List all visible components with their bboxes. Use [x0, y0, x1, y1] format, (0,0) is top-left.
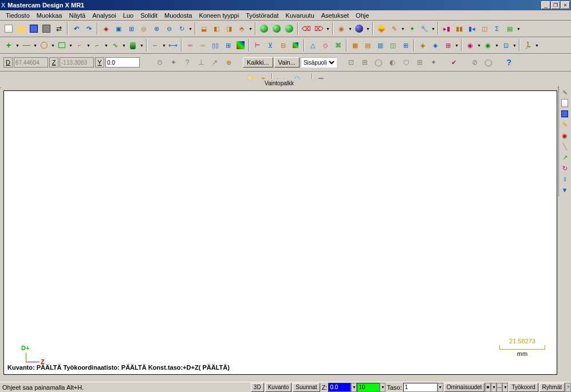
dropdown-arrow-icon[interactable]: ▼	[104, 39, 109, 52]
trim3-icon[interactable]: ⊟	[277, 39, 289, 52]
draw1-icon[interactable]	[375, 22, 388, 35]
analyze2-icon[interactable]	[353, 22, 365, 35]
verify-icon[interactable]: ✔	[448, 56, 460, 69]
surf3-icon[interactable]: ⊞	[442, 39, 454, 52]
surf2-icon[interactable]: ◈	[429, 39, 442, 52]
redo-button[interactable]: ↷	[82, 22, 95, 35]
dyn-rotate-icon[interactable]: ↻	[175, 22, 188, 35]
save-button[interactable]	[27, 22, 40, 35]
status-ryhmat-button[interactable]: Ryhmät	[540, 383, 565, 392]
dropdown-arrow-icon[interactable]: ▼	[121, 39, 127, 52]
z-coord-label[interactable]: Z	[49, 57, 58, 68]
dropdown-arrow-icon[interactable]: ▼	[454, 39, 459, 52]
rt-line-icon[interactable]: ╲	[560, 141, 570, 152]
trim4-icon[interactable]	[289, 39, 302, 52]
d-coord-input[interactable]	[14, 57, 48, 68]
plane5-icon[interactable]: ⊞	[399, 39, 412, 52]
dropdown-arrow-icon[interactable]: ▼	[516, 22, 521, 35]
misc2-icon[interactable]: ◇	[319, 39, 332, 52]
menu-kuvaruutu[interactable]: Kuvaruutu	[282, 11, 318, 19]
plane1-icon[interactable]: ▦	[349, 39, 361, 52]
status-tyokoord-button[interactable]: Työkoord	[509, 383, 538, 392]
xform2-icon[interactable]: ▫▫	[196, 39, 209, 52]
rt-select-icon[interactable]: ⬉	[560, 87, 570, 97]
dropdown-arrow-icon[interactable]: ▼	[33, 39, 38, 52]
dropdown-arrow-icon[interactable]: ▼	[86, 39, 91, 52]
fillet-icon[interactable]: ⌐	[73, 39, 86, 52]
tool1-icon[interactable]: ◉	[464, 39, 477, 52]
status-prop-dd4[interactable]: ▼	[502, 383, 508, 392]
vain-button[interactable]: Vain...	[274, 57, 300, 68]
menu-tiedosto[interactable]: Tiedosto	[2, 11, 33, 19]
dropdown-arrow-icon[interactable]: ▼	[494, 39, 499, 52]
primitive-icon[interactable]	[127, 39, 139, 52]
xform1-icon[interactable]: ▫▫	[184, 39, 196, 52]
dropdown-arrow-icon[interactable]: ▼	[248, 22, 253, 35]
rect-icon[interactable]	[56, 39, 68, 52]
rt-rotate-icon[interactable]: ↻	[560, 163, 570, 173]
draw4-icon[interactable]: 🔧	[418, 22, 431, 35]
print-button[interactable]	[40, 22, 53, 35]
status-suunnat-button[interactable]: Suunnat	[293, 383, 320, 392]
op5-icon[interactable]: Σ	[491, 22, 503, 35]
surf1-icon[interactable]: ◈	[416, 39, 429, 52]
menu-luo[interactable]: Luo	[120, 11, 137, 19]
trim1-icon[interactable]: ⊢	[251, 39, 264, 52]
dropdown-arrow-icon[interactable]: ▼	[477, 39, 482, 52]
rt-move-icon[interactable]: ↗	[560, 152, 570, 163]
menu-muodosta[interactable]: Muodosta	[161, 11, 195, 19]
dropdown-arrow-icon[interactable]: ▼	[68, 39, 73, 52]
menu-ohje[interactable]: Ohje	[352, 11, 372, 19]
status-z-input[interactable]	[328, 383, 351, 392]
rt-save-icon[interactable]	[560, 109, 570, 119]
tool2-icon[interactable]: ◉	[482, 39, 494, 52]
status-kuvanto-button[interactable]: Kuvanto	[265, 383, 292, 392]
z-coord-input[interactable]	[60, 57, 94, 68]
status-taso-input[interactable]	[403, 383, 438, 392]
status-help-icon[interactable]: ?	[565, 383, 571, 392]
dropdown-arrow-icon[interactable]: ▼	[139, 39, 144, 52]
op2-icon[interactable]: ▮▮	[453, 22, 466, 35]
draw3-icon[interactable]: ✦	[405, 22, 418, 35]
dim2-icon[interactable]: ⟷	[167, 39, 179, 52]
dropdown-arrow-icon[interactable]: ▼	[348, 22, 353, 35]
menu-koneentyyppi[interactable]: Koneen tyyppi	[195, 11, 242, 19]
menu-analysoi[interactable]: Analysoi	[89, 11, 120, 19]
status-color-dropdown[interactable]: ▼	[380, 383, 385, 392]
line-icon[interactable]	[20, 39, 33, 52]
xform3-icon[interactable]: ▯▯	[209, 39, 222, 52]
snap6-icon[interactable]: ⊕	[222, 56, 235, 69]
status-3d-button[interactable]: 3D	[251, 383, 264, 392]
draw2-icon[interactable]: ✎	[388, 22, 400, 35]
dropdown-arrow-icon[interactable]: ▼	[365, 22, 371, 35]
delete1-icon[interactable]: ⌫	[300, 22, 313, 35]
dropdown-arrow-icon[interactable]: ▼	[534, 39, 540, 52]
undo-button[interactable]: ↶	[70, 22, 82, 35]
dropdown-arrow-icon[interactable]: ▼	[512, 39, 517, 52]
dim1-icon[interactable]: ↔	[149, 39, 162, 52]
rt-doc-icon[interactable]	[560, 98, 570, 108]
plane2-icon[interactable]: ▤	[361, 39, 374, 52]
view-iso-icon[interactable]: ⬘	[235, 22, 248, 35]
solid3-icon[interactable]	[283, 22, 296, 35]
delete2-icon[interactable]: ⌦	[313, 22, 325, 35]
dropdown-arrow-icon[interactable]: ▼	[400, 22, 405, 35]
restore-button[interactable]: ❐	[551, 1, 560, 9]
d-coord-label[interactable]: D	[3, 57, 13, 68]
run-icon[interactable]: 🏃	[522, 39, 534, 52]
status-z-dropdown[interactable]: ▼	[351, 383, 357, 392]
dropdown-arrow-icon[interactable]: ▼	[15, 39, 20, 52]
zoom-in-icon[interactable]: ⊕	[150, 22, 163, 35]
kaikki-button[interactable]: Kaikki...	[243, 57, 273, 68]
solid1-icon[interactable]	[258, 22, 270, 35]
view-side-icon[interactable]: ◨	[223, 22, 235, 35]
menu-asetukset[interactable]: Asetukset	[318, 11, 352, 19]
new-button[interactable]	[2, 22, 15, 35]
status-prop-dd2[interactable]: ▼	[491, 383, 497, 392]
help-icon[interactable]: ?	[503, 56, 515, 69]
repaint-icon[interactable]: ▣	[112, 22, 125, 35]
y-coord-input[interactable]	[105, 57, 140, 68]
zoom-out-icon[interactable]: ⊖	[163, 22, 175, 35]
rt-pencil-icon[interactable]: ✎	[560, 120, 570, 130]
tool3-icon[interactable]: ⊡	[499, 39, 512, 52]
